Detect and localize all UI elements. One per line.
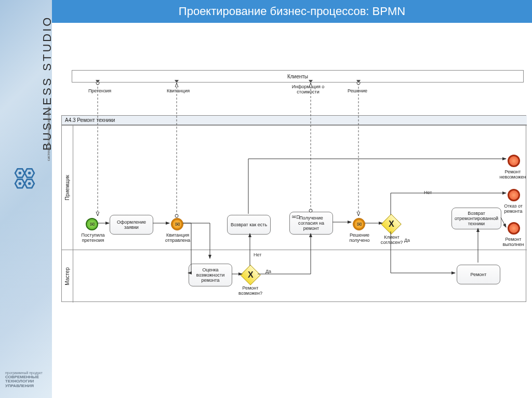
msg-label-decision: Решение: [337, 88, 378, 93]
end-event-refusal: [508, 189, 520, 201]
task-consent: ✉⊡ Получение согласия на ремонт: [289, 212, 333, 235]
bpmn-diagram: Клиенты Претензия Квитанция Информация о…: [56, 26, 528, 394]
brand-footer: программный продукт СОВРЕМЕННЫЕ ТЕХНОЛОГ…: [5, 371, 43, 389]
msg-label-costinfo: Информация о стоимости: [286, 84, 330, 94]
task-assess: Оценка возможности ремонта: [189, 264, 232, 286]
start-event-claim: ✉: [86, 218, 98, 230]
lane-label-master: Мастер: [62, 250, 73, 303]
svg-point-5: [28, 172, 31, 175]
event-receipt-sent-label: Квитанция отправлена: [161, 232, 195, 243]
edge-label-no-1: Нет: [254, 252, 261, 257]
lane-master: Мастер Оценка возможности ремонта X Ремо…: [62, 250, 527, 303]
end-event-done-label: Ремонт выполнен: [498, 237, 528, 247]
edge-label-yes-2: Да: [404, 238, 410, 243]
branding-sidebar: BUSINESS STUDIO система бизнес-моделиров…: [0, 0, 52, 398]
lane-label-receiver: Приемщик: [62, 126, 73, 250]
gateway-repair-possible: X: [240, 265, 261, 285]
task-marker-icon: ✉⊡: [292, 214, 300, 219]
event-decision-received: ✉: [353, 218, 365, 230]
end-event-done: [508, 222, 520, 235]
edge-label-no-2: Нет: [424, 190, 432, 195]
brand-tagline: система бизнес-моделирования: [47, 107, 50, 161]
task-repair: Ремонт: [457, 265, 500, 284]
end-event-impossible: [508, 155, 520, 167]
gateway-client-agrees: X: [381, 214, 402, 235]
svg-point-4: [19, 172, 22, 175]
task-return-asis: Возврат как есть: [227, 215, 271, 235]
task-register: Оформление заявки: [110, 215, 153, 235]
gateway-client-agrees-label: Клиент согласен?: [377, 235, 407, 245]
edge-label-yes-1: Да: [265, 269, 271, 274]
lane-receiver: Приемщик ✉ Поступила претензия Оформлени…: [62, 125, 527, 250]
task-return-fixed: Возврат отремонтированной техники: [451, 208, 501, 229]
end-event-refusal-label: Отказ от ремонта: [498, 203, 528, 214]
gateway-repair-possible-label: Ремонт возможен?: [234, 285, 267, 296]
msg-label-claim: Претензия: [79, 88, 121, 93]
brand-hex-icon: [10, 165, 39, 194]
svg-point-6: [19, 182, 22, 185]
start-event-label: Поступила претензия: [76, 232, 110, 243]
slide-title: Проектирование бизнес-процессов: BPMN: [52, 0, 532, 23]
event-receipt-sent: ✉: [171, 218, 183, 230]
external-pool-clients: Клиенты: [72, 70, 524, 83]
pool-title: A4.3 Ремонт техники: [62, 116, 527, 125]
end-event-impossible-label: Ремонт невозможен: [497, 169, 528, 180]
event-decision-received-label: Решение получено: [343, 232, 376, 243]
svg-point-7: [28, 182, 31, 185]
msg-label-receipt: Квитанция: [157, 88, 199, 93]
pool-repair: A4.3 Ремонт техники Приемщик ✉ Поступила…: [61, 115, 526, 302]
